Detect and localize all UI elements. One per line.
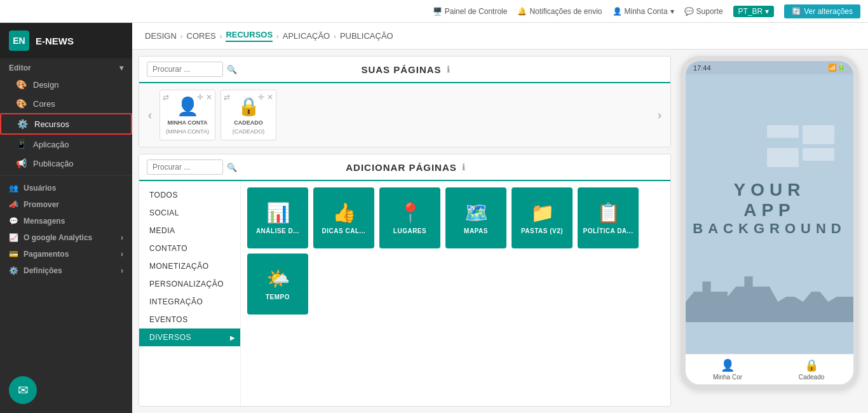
drag-handle-icon: ⇄ [163, 93, 169, 102]
breadcrumb-sep1: › [180, 32, 183, 40]
drag-handle-icon: ⇄ [224, 93, 230, 102]
sidebar-item-label: Cores [33, 99, 55, 109]
cat-contato[interactable]: CONTATO [139, 240, 240, 257]
tile-tempo[interactable]: 🌤️ TEMPO [247, 254, 308, 315]
phone-preview-panel: 17:44 📶🔋 YOUR APP BACKG [677, 56, 862, 407]
adicionar-paginas-title: ADICIONAR PÁGINAS [346, 162, 457, 173]
refresh-icon: 🔄 [792, 7, 801, 16]
sidebar-item-aplicacao[interactable]: 📱 Aplicação [0, 135, 132, 154]
breadcrumb-cores[interactable]: CORES [187, 31, 216, 41]
sidebar: EN E-NEWS Editor ▾ 🎨 Design 🎨 Cores ⚙️ R… [0, 23, 132, 413]
tile-pastas[interactable]: 📁 PASTAS (V2) [512, 187, 573, 248]
lang-label: PT_BR [738, 7, 763, 16]
chevron-right-icon: › [121, 233, 123, 242]
info-icon[interactable]: ℹ [462, 162, 465, 172]
promover-icon: 📣 [9, 200, 18, 209]
nav-label: Minha Cor [713, 374, 742, 381]
colors-icon: 🎨 [15, 98, 27, 109]
sidebar-item-design[interactable]: 🎨 Design [0, 75, 132, 94]
chevron-down-icon: ▾ [765, 7, 769, 16]
phone-signal-icons: 📶🔋 [828, 64, 846, 72]
page-card-name: CADEADO [234, 119, 263, 126]
page-card-sub: (CADEADO) [233, 128, 265, 135]
tile-politica[interactable]: 📋 POLÍTICA DA... [578, 187, 639, 248]
close-icon[interactable]: ✕ [206, 93, 212, 102]
sidebar-usuarios[interactable]: 👥 Usuários [0, 179, 132, 195]
tile-analise[interactable]: 📊 ANÁLISE D... [247, 187, 308, 248]
tile-dicas-label: DICAS CAL... [322, 227, 366, 234]
carousel-next[interactable]: › [655, 106, 664, 125]
notificacoes-link[interactable]: 🔔 Notificações de envio [517, 7, 602, 16]
bell-icon: 🔔 [517, 7, 527, 16]
tile-mapas[interactable]: 🗺️ MAPAS [445, 187, 506, 248]
analytics-icon: 📈 [9, 233, 18, 242]
sidebar-analytics[interactable]: 📈 O google Analytics › [0, 228, 132, 245]
sidebar-item-label: Aplicação [33, 140, 69, 149]
sidebar-promover[interactable]: 📣 Promover [0, 195, 132, 212]
tile-politica-label: POLÍTICA DA... [583, 227, 634, 234]
breadcrumb-recursos[interactable]: RECURSOS [226, 30, 273, 42]
folder-icon: 📁 [531, 201, 554, 224]
sidebar-item-label: Recursos [34, 119, 69, 129]
phone-status-bar: 17:44 📶🔋 [686, 61, 853, 74]
tile-lugares[interactable]: 📍 LUGARES [379, 187, 440, 248]
map-icon: 🗺️ [465, 201, 488, 224]
phone-nav-cadeado: 🔒 Cadeado [770, 358, 853, 381]
painel-icon: 🖥️ [433, 7, 442, 16]
sidebar-item-recursos[interactable]: ⚙️ Recursos [0, 113, 132, 135]
cat-integracao[interactable]: INTEGRAÇÃO [139, 293, 240, 311]
mail-button[interactable]: ✉ [9, 376, 37, 404]
content-panels: 🔍 SUAS PÁGINAS ℹ ‹ ⇄ ✛ [132, 50, 868, 413]
cat-monetizacao[interactable]: MONETIZAÇÃO [139, 257, 240, 275]
painel-controle-link[interactable]: 🖥️ Painel de Controle [433, 7, 508, 16]
sidebar-item-cores[interactable]: 🎨 Cores [0, 94, 132, 113]
content-area: DESIGN › CORES › RECURSOS › APLICAÇÃO › … [132, 23, 868, 413]
cat-todos[interactable]: TODOS [139, 186, 240, 204]
info-icon[interactable]: ℹ [447, 64, 450, 74]
search-icon[interactable]: 🔍 [227, 65, 237, 74]
close-icon[interactable]: ✕ [267, 93, 273, 102]
analise-icon: 📊 [266, 201, 290, 224]
page-card-cadeado[interactable]: ⇄ ✛ ✕ 🔒 CADEADO (CADEADO) [220, 90, 276, 140]
page-card-minha-conta[interactable]: ⇄ ✛ ✕ 👤 MINHA CONTA (MINHA CONTA) [159, 90, 215, 140]
app-logo: EN E-NEWS [0, 23, 132, 58]
breadcrumb-sep4: › [334, 32, 336, 40]
sidebar-definicoes[interactable]: ⚙️ Definições › [0, 261, 132, 278]
breadcrumb-publicacao[interactable]: PUBLICAÇÃO [340, 31, 393, 41]
cat-personalizacao[interactable]: PERSONALIZAÇÃO [139, 275, 240, 293]
breadcrumb-design[interactable]: DESIGN [145, 31, 177, 41]
message-icon: 💬 [9, 217, 18, 226]
sidebar-item-publicacao[interactable]: 📢 Publicação [0, 154, 132, 173]
move-icon[interactable]: ✛ [258, 93, 264, 102]
phone-bottom-nav: 👤 Minha Cor 🔒 Cadeado [686, 354, 853, 384]
sidebar-editor-section[interactable]: Editor ▾ [0, 58, 132, 75]
topbar: 🖥️ Painel de Controle 🔔 Notificações de … [0, 0, 868, 23]
sidebar-pagamentos[interactable]: 💳 Pagamentos › [0, 245, 132, 261]
account-icon: 👤 [177, 96, 199, 117]
tile-analise-label: ANÁLISE D... [256, 227, 299, 234]
lang-selector[interactable]: PT_BR ▾ [733, 6, 775, 17]
move-icon[interactable]: ✛ [197, 93, 203, 102]
search-icon[interactable]: 🔍 [227, 163, 237, 172]
payment-icon: 💳 [9, 250, 18, 259]
minha-conta-link[interactable]: 👤 Minha Conta ▾ [613, 7, 674, 16]
lock-icon: 🔒 [238, 96, 260, 117]
pages-grid: 📊 ANÁLISE D... 👍 DICAS CAL... 📍 LUGARES [241, 181, 670, 406]
ver-alteracoes-button[interactable]: 🔄 Ver alterações [784, 4, 860, 18]
cat-eventos[interactable]: EVENTOS [139, 311, 240, 328]
cat-social[interactable]: SOCIAL [139, 204, 240, 222]
tile-dicas[interactable]: 👍 DICAS CAL... [313, 187, 374, 248]
categories-list: TODOS SOCIAL MEDIA CONTATO MONETIZAÇÃO P… [139, 181, 241, 406]
sidebar-mensagens[interactable]: 💬 Mensagens [0, 212, 132, 228]
cat-media[interactable]: MEDIA [139, 222, 240, 240]
left-panel: 🔍 SUAS PÁGINAS ℹ ‹ ⇄ ✛ [139, 56, 671, 407]
usuarios-icon: 👥 [9, 184, 18, 193]
adicionar-search-input[interactable] [147, 159, 223, 175]
cat-diversos[interactable]: DIVERSOS [139, 328, 240, 346]
chevron-right-icon: › [121, 250, 123, 259]
breadcrumb-aplicacao[interactable]: APLICAÇÃO [283, 31, 330, 41]
suas-paginas-search-input[interactable] [147, 62, 223, 77]
suporte-link[interactable]: 💬 Suporte [684, 7, 723, 16]
chevron-down-icon: ▾ [119, 64, 123, 72]
carousel-prev[interactable]: ‹ [146, 106, 154, 125]
